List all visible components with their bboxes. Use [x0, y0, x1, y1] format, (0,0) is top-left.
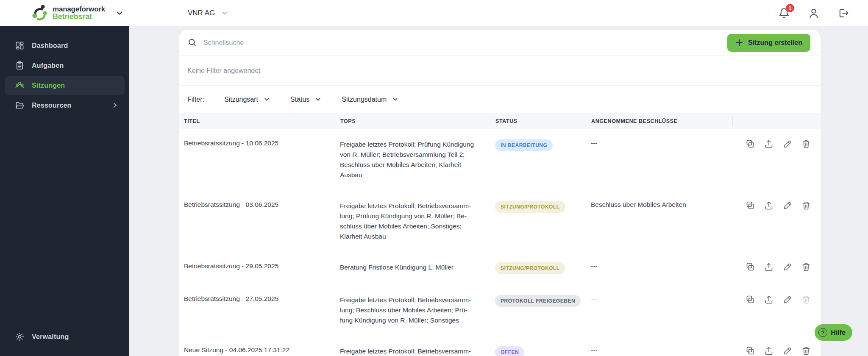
gear-icon [15, 332, 25, 342]
chevron-down-icon[interactable] [115, 9, 124, 17]
profile-button[interactable] [808, 7, 820, 19]
table-row[interactable]: Betriebsratssitzung - 10.06.2025 Freigab… [179, 129, 821, 191]
chevron-down-icon [263, 96, 270, 103]
meeting-tops: Freigabe letztes Protokoll; Betriebsvers… [335, 201, 490, 242]
delete-icon [801, 139, 811, 149]
meetings-card: Sitzung erstellen Keine Filter angewende… [179, 30, 821, 356]
search-icon [187, 38, 198, 48]
edit-icon-button[interactable] [782, 200, 793, 211]
dashboard-icon [15, 41, 25, 50]
delete-icon [801, 346, 811, 356]
meeting-status-cell: IN BEARBEITUNG [490, 139, 586, 151]
upload-icon-button[interactable] [764, 346, 774, 356]
logo-text-line1: manageforwork [53, 6, 105, 13]
filter-dropdown-sitzungsdatum[interactable]: Sitzungsdatum [342, 96, 399, 103]
delete-icon-button[interactable] [801, 262, 811, 272]
edit-icon-button[interactable] [782, 139, 793, 149]
company-name: VNR AG [188, 9, 215, 17]
edit-icon [782, 346, 793, 356]
notifications-button[interactable]: 1 [778, 7, 790, 19]
edit-icon-button[interactable] [782, 295, 793, 305]
group-icon [15, 81, 25, 90]
logout-icon [837, 7, 849, 19]
upload-icon [764, 200, 774, 211]
sidebar-item-label: Dashboard [32, 42, 68, 50]
meeting-title: Betriebsratssitzung - 03.06.2025 [179, 201, 335, 209]
status-badge: SITZUNG/PROTOKOLL [495, 262, 565, 274]
table-row[interactable]: Betriebsratssitzung - 03.06.2025 Freigab… [179, 191, 821, 252]
table-body: Betriebsratssitzung - 10.06.2025 Freigab… [179, 129, 821, 356]
edit-icon [782, 262, 793, 272]
meeting-status-cell: PROTOKOLL FREIGEGEBEN [490, 295, 586, 307]
column-header-tops: TOPS [335, 117, 490, 126]
upload-icon-button[interactable] [764, 295, 774, 305]
filter-label: Filter: [187, 96, 204, 103]
upload-icon-button[interactable] [764, 200, 774, 211]
search-input[interactable] [203, 39, 727, 47]
sidebar-item-sitzungen[interactable]: Sitzungen [5, 76, 125, 95]
column-header-titel: TITEL [179, 117, 335, 126]
edit-icon-button[interactable] [782, 346, 793, 356]
row-actions [732, 346, 821, 356]
filter-dropdown-label: Sitzungsart [224, 96, 258, 103]
table-row[interactable]: Neue Sitzung - 04.06.2025 17:31:22 Freig… [179, 336, 821, 356]
app-logo[interactable]: manageforwork Betriebsrat [31, 4, 124, 22]
delete-icon-button[interactable] [801, 139, 811, 149]
meeting-tops: Freigabe letztes Protokoll; Betriebsvers… [335, 295, 490, 325]
create-meeting-button[interactable]: Sitzung erstellen [727, 34, 810, 52]
upload-icon-button[interactable] [764, 139, 774, 149]
column-header-beschluesse: ANGENOMMENE BESCHLÜSSE [586, 117, 732, 126]
sidebar-item-dashboard[interactable]: Dashboard [5, 36, 125, 55]
user-icon [808, 7, 820, 19]
logo-text-line2: Betriebsrat [53, 13, 105, 21]
meeting-status-cell: SITZUNG/PROTOKOLL [490, 201, 586, 213]
sidebar-item-verwaltung[interactable]: Verwaltung [5, 327, 125, 346]
sidebar-item-ressourcen[interactable]: Ressourcen [5, 96, 125, 115]
chevron-down-icon [221, 9, 228, 17]
copy-icon-button[interactable] [745, 139, 755, 149]
chevron-right-icon [111, 102, 119, 109]
filter-dropdown-label: Sitzungsdatum [342, 96, 387, 103]
help-label: Hilfe [831, 329, 846, 337]
delete-icon-button[interactable] [801, 200, 811, 211]
status-badge: OFFEN [495, 346, 524, 356]
table-header: TITEL TOPS STATUS ANGENOMMENE BESCHLÜSSE [179, 113, 821, 129]
upload-icon [764, 346, 774, 356]
meeting-tops: Freigabe letztes Protokoll; Prüfung Künd… [335, 139, 490, 180]
clipboard-icon [15, 61, 25, 70]
column-header-status: STATUS [490, 117, 586, 126]
meeting-beschluesse: --- [586, 139, 732, 147]
meeting-beschluesse: --- [586, 295, 732, 303]
help-button[interactable]: ? Hilfe [815, 324, 852, 341]
chevron-down-icon [392, 96, 399, 103]
edit-icon-button[interactable] [782, 262, 793, 272]
sidebar: Dashboard Aufgaben Sitzungen [0, 26, 129, 356]
logout-button[interactable] [837, 7, 849, 19]
copy-icon-button[interactable] [745, 262, 755, 272]
copy-icon-button[interactable] [745, 346, 755, 356]
table-row[interactable]: Betriebsratssitzung - 29.05.2025 Beratun… [179, 252, 821, 285]
table-row[interactable]: Betriebsratssitzung - 27.05.2025 Freigab… [179, 285, 821, 336]
filter-dropdown-sitzungsart[interactable]: Sitzungsart [224, 96, 270, 103]
sidebar-item-aufgaben[interactable]: Aufgaben [5, 56, 125, 75]
row-actions [732, 295, 821, 305]
status-badge: IN BEARBEITUNG [495, 139, 553, 151]
delete-icon [801, 200, 811, 211]
filter-row: Filter: Sitzungsart Status Sitzungsdatum [179, 86, 821, 113]
delete-icon [801, 262, 811, 272]
upload-icon [764, 295, 774, 305]
question-icon: ? [818, 328, 827, 337]
meeting-status-cell: OFFEN [490, 346, 586, 356]
copy-icon [745, 346, 755, 356]
notification-count-badge: 1 [786, 4, 794, 12]
company-selector[interactable]: VNR AG [188, 0, 228, 26]
meeting-beschluesse: --- [586, 346, 732, 354]
copy-icon-button[interactable] [745, 200, 755, 211]
filter-dropdown-status[interactable]: Status [290, 96, 322, 103]
delete-icon-button[interactable] [801, 346, 811, 356]
edit-icon [782, 200, 793, 211]
copy-icon [745, 262, 755, 272]
copy-icon-button[interactable] [745, 295, 755, 305]
logo-mark-icon [31, 4, 48, 22]
upload-icon-button[interactable] [764, 262, 774, 272]
